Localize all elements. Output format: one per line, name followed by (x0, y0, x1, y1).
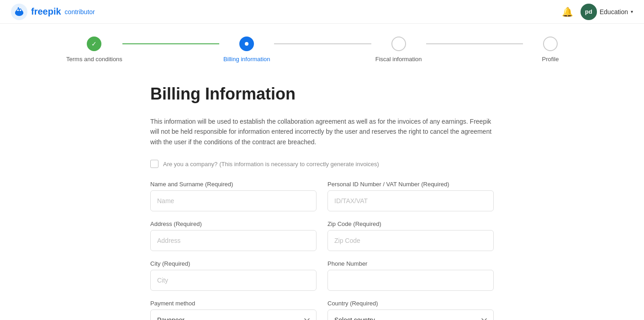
payment-field-group: Payment method Payoneer PayPal Bank Tran… (150, 300, 317, 320)
phone-field-group: Phone Number (327, 260, 494, 291)
step-circle-fiscal (391, 37, 406, 51)
svg-point-9 (245, 42, 248, 46)
svg-point-4 (20, 9, 21, 11)
page-title: Billing Information (150, 84, 494, 104)
connector-2 (274, 43, 371, 44)
address-field-group: Address (Required) (150, 220, 317, 251)
connector-1 (122, 43, 219, 44)
city-input[interactable] (150, 270, 317, 291)
country-label: Country (Required) (327, 300, 494, 307)
payment-label: Payment method (150, 300, 317, 307)
country-select[interactable]: Select country Spain United States Unite… (327, 310, 494, 320)
vat-label: Personal ID Number / VAT Number (Require… (327, 181, 494, 188)
step-label-terms: Terms and conditions (66, 56, 122, 63)
chevron-down-icon: ▾ (631, 9, 633, 14)
zip-field-group: Zip Code (Required) (327, 220, 494, 251)
main-content: Billing Information This information wil… (139, 84, 505, 320)
step-circle-profile (543, 37, 558, 51)
connector-3 (426, 43, 523, 44)
step-circle-terms: ✓ (87, 37, 101, 51)
step-profile: Profile (523, 37, 578, 63)
vat-input[interactable] (327, 190, 494, 211)
name-field-group: Name and Surname (Required) (150, 181, 317, 211)
step-terms: ✓ Terms and conditions (66, 37, 122, 63)
step-fiscal: Fiscal information (371, 37, 426, 63)
zip-label: Zip Code (Required) (327, 220, 494, 227)
svg-point-6 (18, 7, 19, 8)
phone-label: Phone Number (327, 260, 494, 267)
name-label: Name and Surname (Required) (150, 181, 317, 188)
address-input[interactable] (150, 230, 317, 251)
logo-area: freepik contributor (11, 4, 95, 20)
avatar: pd (581, 4, 597, 20)
phone-input[interactable] (327, 270, 494, 291)
company-checkbox[interactable] (150, 160, 158, 168)
company-row: Are you a company? (This information is … (150, 160, 494, 168)
svg-rect-8 (22, 12, 23, 14)
header: freepik contributor 🔔 pd Education ▾ (0, 0, 644, 24)
country-field-group: Country (Required) Select country Spain … (327, 300, 494, 320)
freepik-logo-icon (11, 4, 27, 20)
payment-select[interactable]: Payoneer PayPal Bank Transfer (150, 310, 317, 320)
step-label-profile: Profile (542, 56, 559, 63)
logo-sub: contributor (65, 8, 95, 16)
zip-input[interactable] (327, 230, 494, 251)
step-label-fiscal: Fiscal information (375, 56, 422, 63)
name-input[interactable] (150, 190, 317, 211)
header-right: 🔔 pd Education ▾ (562, 4, 633, 20)
bell-icon[interactable]: 🔔 (562, 6, 573, 17)
logo-text: freepik (31, 6, 61, 17)
svg-point-3 (17, 9, 19, 11)
education-label: Education (600, 8, 628, 16)
steps-container: ✓ Terms and conditions Billing informati… (48, 24, 596, 66)
address-label: Address (Required) (150, 220, 317, 227)
svg-rect-7 (15, 12, 16, 14)
avatar-area[interactable]: pd Education ▾ (581, 4, 633, 20)
description-text: This information will be used to establi… (150, 116, 494, 147)
billing-form: Name and Surname (Required) Personal ID … (150, 181, 494, 320)
city-label: City (Required) (150, 260, 317, 267)
vat-field-group: Personal ID Number / VAT Number (Require… (327, 181, 494, 211)
company-label: Are you a company? (This information is … (163, 160, 379, 168)
step-label-billing: Billing information (223, 56, 270, 63)
city-field-group: City (Required) (150, 260, 317, 291)
step-billing: Billing information (219, 37, 274, 63)
step-circle-billing (239, 37, 254, 51)
